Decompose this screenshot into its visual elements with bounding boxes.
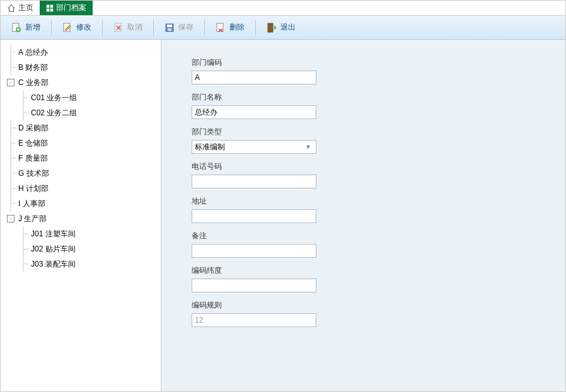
tree-elbow: − (6, 211, 16, 226)
tree-node-label[interactable]: I 人事部 (16, 197, 48, 210)
label-phone: 电话号码 (192, 161, 565, 172)
form-panel: 部门编码 部门名称 部门类型 标准编制 ▼ 电话号码 地址 (161, 40, 565, 391)
svg-rect-4 (50, 9, 53, 11)
tree-node-label[interactable]: H 计划部 (16, 182, 51, 195)
tab-home[interactable]: 主页 (1, 1, 40, 15)
add-icon (11, 23, 21, 33)
tree-elbow (6, 151, 16, 166)
add-label: 新增 (25, 22, 40, 33)
tree-node[interactable]: −C 业务部 (3, 75, 158, 90)
department-tree: A 总经办B 财务部−C 业务部C01 业务一组C02 业务二组D 采购部E 仓… (1, 40, 161, 391)
tree-node[interactable]: J01 注塑车间 (3, 226, 158, 241)
tree-node[interactable]: F 质量部 (3, 151, 158, 166)
tree-node[interactable]: J03 装配车间 (3, 257, 158, 272)
tree-node-label[interactable]: J 生产部 (16, 212, 49, 226)
tab-home-label: 主页 (18, 3, 33, 13)
toolbar-separator (51, 20, 52, 35)
tree-node[interactable]: −J 生产部 (3, 211, 158, 226)
combo-type[interactable]: 标准编制 ▼ (192, 140, 316, 154)
label-rule: 编码规则 (192, 300, 565, 311)
tree-elbow (18, 105, 28, 120)
edit-label: 修改 (76, 22, 91, 33)
tree-node-label[interactable]: C01 业务一组 (28, 91, 79, 105)
tree-node[interactable]: I 人事部 (3, 196, 158, 211)
toolbar-separator (204, 20, 205, 35)
toolbar-separator (153, 20, 154, 35)
tree-node-label[interactable]: J01 注塑车间 (28, 228, 78, 241)
toolbar-separator (255, 20, 256, 35)
tab-active-label: 部门档案 (56, 3, 86, 13)
tree-node[interactable]: A 总经办 (3, 45, 158, 60)
delete-icon (216, 23, 226, 33)
input-name[interactable] (192, 105, 316, 119)
label-dim: 编码纬度 (192, 265, 565, 276)
label-remark: 备注 (192, 231, 565, 241)
tree-node[interactable]: C01 业务一组 (3, 90, 158, 105)
tree-node-label[interactable]: C 业务部 (16, 76, 51, 89)
tree-elbow (6, 196, 16, 211)
delete-button[interactable]: 删除 (209, 19, 251, 36)
input-phone[interactable] (192, 175, 316, 188)
tree-expander-icon[interactable]: − (7, 215, 14, 222)
svg-rect-3 (47, 9, 49, 11)
tree-node-label[interactable]: F 质量部 (16, 152, 50, 165)
tree-node-label[interactable]: E 仓储部 (16, 137, 50, 150)
svg-rect-2 (50, 5, 53, 8)
input-addr[interactable] (192, 209, 316, 223)
tree-elbow (6, 45, 16, 60)
exit-label: 退出 (280, 22, 296, 33)
tree-node-label[interactable]: C02 业务二组 (28, 107, 79, 120)
tree-node-label[interactable]: A 总经办 (16, 46, 50, 59)
tree-elbow (18, 90, 28, 105)
tree-node[interactable]: G 技术部 (3, 166, 158, 181)
chevron-down-icon[interactable]: ▼ (303, 141, 313, 153)
input-dim[interactable] (192, 279, 316, 292)
tree-elbow (18, 257, 28, 272)
input-code[interactable] (192, 71, 316, 84)
tree-node-label[interactable]: B 财务部 (16, 61, 50, 74)
svg-rect-11 (168, 28, 171, 31)
tree-node-label[interactable]: J02 贴片车间 (28, 243, 78, 256)
edit-button[interactable]: 修改 (55, 19, 98, 36)
input-rule (192, 313, 316, 327)
tab-bar: 主页 部门档案 (1, 1, 565, 16)
tree-node[interactable]: B 财务部 (3, 60, 158, 75)
tree-elbow (6, 166, 16, 181)
tab-department-archive[interactable]: 部门档案 (40, 1, 93, 15)
tree-elbow (6, 120, 16, 135)
add-button[interactable]: 新增 (4, 19, 47, 36)
tree-node-label[interactable]: G 技术部 (16, 167, 52, 180)
save-button[interactable]: 保存 (158, 19, 200, 36)
cancel-button[interactable]: 取消 (107, 19, 149, 36)
tree-node[interactable]: H 计划部 (3, 181, 158, 196)
exit-button[interactable]: 退出 (260, 19, 303, 36)
tree-node-label[interactable]: D 采购部 (16, 122, 51, 135)
exit-icon (267, 23, 277, 33)
label-type: 部门类型 (192, 127, 565, 137)
tree-expander-icon[interactable]: − (7, 79, 14, 86)
toolbar-separator (102, 20, 103, 35)
svg-rect-10 (167, 25, 172, 27)
tree-elbow (6, 60, 16, 75)
input-remark[interactable] (192, 244, 316, 258)
tree-node-label[interactable]: J03 装配车间 (28, 258, 78, 271)
tree-elbow (6, 181, 16, 196)
tree-elbow (6, 135, 16, 151)
save-label: 保存 (178, 22, 193, 33)
cancel-label: 取消 (127, 22, 142, 33)
label-code: 部门编码 (192, 57, 565, 68)
label-name: 部门名称 (192, 92, 565, 103)
delete-label: 删除 (229, 22, 245, 33)
edit-icon (62, 23, 72, 33)
save-icon (165, 23, 175, 33)
cancel-icon (113, 23, 124, 33)
tree-node[interactable]: D 采购部 (3, 120, 158, 135)
tree-node[interactable]: C02 业务二组 (3, 105, 158, 120)
svg-rect-1 (47, 5, 49, 8)
tree-node[interactable]: J02 贴片车间 (3, 241, 158, 257)
combo-type-text: 标准编制 (195, 142, 303, 153)
tree-node[interactable]: E 仓储部 (3, 135, 158, 151)
svg-rect-13 (268, 23, 273, 32)
toolbar: 新增 修改 取消 保存 删除 (1, 16, 565, 40)
tree-elbow: − (6, 75, 16, 90)
